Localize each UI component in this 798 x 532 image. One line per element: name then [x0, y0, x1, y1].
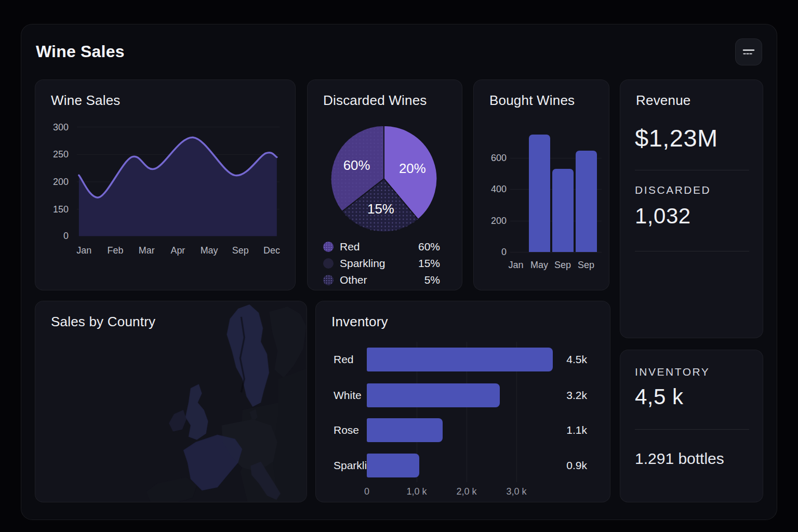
legend-row: Red60%: [323, 240, 447, 254]
bar-may: [529, 135, 550, 252]
x-tick-label: Apr: [170, 245, 185, 256]
gridline: [510, 252, 602, 252]
dashboard-panel: Wine Sales Wine Sales 3002502001500JanFe…: [21, 24, 777, 520]
pie-legend: Red60%Sparkling15%Other5%: [308, 80, 462, 290]
legend-swatch: [323, 275, 334, 285]
inventory-label: INVENTORY: [635, 366, 710, 378]
card-title: Bought Wines: [489, 92, 575, 109]
row-value-white: 3.2k: [535, 389, 587, 402]
row-value-red: 4.5k: [535, 353, 587, 366]
card-revenue: Revenue $1,23M DISCARDED 1,032: [620, 79, 763, 338]
x-tick-label: Dec: [263, 245, 280, 256]
legend-label: Sparkling: [340, 257, 385, 270]
card-wine-sales-chart: Wine Sales 3002502001500JanFebMarAprMayS…: [35, 79, 296, 290]
row-label-red: Red: [334, 353, 354, 366]
card-title: Sales by Country: [51, 314, 155, 330]
row-value-rose: 1.1k: [535, 423, 587, 437]
europe-map: [35, 301, 307, 502]
revenue-value: $1,23M: [635, 124, 718, 152]
row-label-white: White: [334, 389, 362, 402]
legend-label: Other: [340, 274, 367, 286]
legend-label: Red: [340, 241, 360, 253]
row-value-sparkling: 0.9k: [535, 459, 587, 472]
y-tick-label: 250: [53, 149, 69, 159]
legend-value: 5%: [424, 274, 447, 286]
bar-white: [367, 383, 500, 407]
card-title: Wine Sales: [51, 92, 121, 109]
divider: [635, 251, 749, 251]
legend-row: Sparkling15%: [323, 257, 447, 270]
y-tick-label: 600: [478, 153, 507, 163]
filter-button[interactable]: [735, 38, 762, 65]
card-bought-wines: Bought Wines 6004002000JanMaySepSep: [473, 79, 609, 290]
x-tick-label: Jan: [76, 245, 91, 256]
y-tick-label: 0: [478, 247, 507, 257]
bar-rose: [367, 418, 443, 442]
x-tick-label: 0: [349, 486, 385, 497]
bar-sparkling: [367, 454, 419, 477]
inventory-value: 4,5 k: [635, 384, 684, 409]
legend-row: Other5%: [323, 273, 447, 287]
legend-swatch: [323, 258, 334, 269]
legend-value: 15%: [418, 257, 447, 270]
bought-wines-bar-chart: 6004002000JanMaySepSep: [474, 80, 609, 290]
x-tick-label: 3,0 k: [498, 486, 535, 497]
y-tick-label: 200: [478, 216, 507, 226]
x-tick-label: 2,0 k: [448, 486, 485, 497]
page-title: Wine Sales: [36, 42, 125, 61]
y-tick-label: 0: [63, 231, 69, 241]
card-inventory-chart: Inventory Red4.5kWhite3.2kRose1.1kSparkl…: [315, 301, 610, 502]
x-tick-label: Feb: [108, 245, 124, 256]
x-tick-label: Sep: [573, 260, 600, 270]
discarded-value: 1,032: [635, 204, 691, 229]
y-tick-label: 200: [53, 177, 69, 187]
dashboard-page: { "page": { "title": "Wine Sales" }, "co…: [0, 0, 798, 532]
x-tick-label: May: [201, 245, 218, 256]
card-title: Discarded Wines: [323, 92, 427, 109]
bar-sep: [552, 169, 574, 252]
card-inventory-stat: INVENTORY 4,5 k 1.291 bottles: [620, 350, 763, 502]
card-title: Revenue: [636, 92, 690, 109]
filter-lines-icon: [741, 46, 756, 58]
card-discarded-wines: Discarded Wines 20%15%60% Red60%Sparklin…: [307, 79, 462, 290]
x-tick-label: Mar: [139, 245, 155, 256]
divider: [635, 429, 749, 430]
row-label-rose: Rose: [334, 423, 359, 437]
y-tick-label: 300: [53, 122, 69, 132]
y-tick-label: 400: [478, 184, 507, 194]
divider: [635, 170, 749, 170]
card-sales-by-country: Sales by Country: [35, 301, 307, 502]
card-title: Inventory: [331, 314, 388, 330]
y-tick-label: 150: [53, 204, 69, 215]
bar-red: [367, 348, 553, 371]
bar-sep: [576, 151, 597, 252]
legend-value: 60%: [418, 241, 447, 253]
legend-swatch: [323, 242, 334, 252]
inventory-hbar-chart: Red4.5kWhite3.2kRose1.1kSparkling0.9k01,…: [316, 301, 610, 502]
x-tick-label: Sep: [232, 245, 249, 256]
x-tick-label: 1,0 k: [398, 486, 435, 497]
wine-sales-area-chart: 3002502001500JanFebMarAprMaySepDec: [35, 80, 295, 290]
bottles-value: 1.291 bottles: [635, 450, 724, 468]
discarded-label: DISCARDED: [635, 184, 711, 196]
